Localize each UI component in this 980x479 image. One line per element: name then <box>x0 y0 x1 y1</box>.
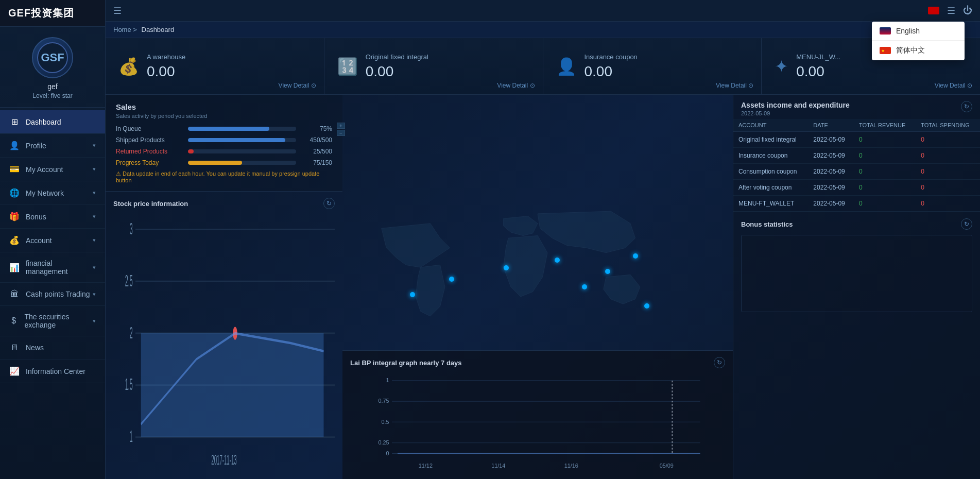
stock-bar-chart: 3 2.5 2 1.5 1 2017-11-13 <box>113 213 335 473</box>
col-revenue: TOTAL REVENUE <box>854 119 916 132</box>
bonus-refresh-button[interactable]: ↻ <box>961 218 972 230</box>
menu-toggle-icon[interactable]: ☰ <box>113 5 122 16</box>
stat-link-1[interactable]: View Detail ⊙ <box>497 82 535 89</box>
lang-english[interactable]: English <box>872 22 965 41</box>
stat-value-1: 0.00 <box>366 63 530 80</box>
stat-value-2: 0.00 <box>584 63 749 80</box>
asset-date-4: 2022-05-09 <box>808 196 854 212</box>
stat-icon-3: ✦ <box>775 57 788 76</box>
stat-card-2[interactable]: 👤 Insurance coupon 0.00 View Detail ⊙ <box>543 38 762 94</box>
stat-label-0: A warehouse <box>147 53 311 61</box>
asset-row-3: After voting coupon 2022-05-09 0 0 <box>733 180 980 196</box>
nav-label-news: News <box>26 344 44 352</box>
stat-icon-0: 💰 <box>118 57 139 76</box>
lai-chart-refresh-button[interactable]: ↻ <box>714 357 725 368</box>
sidebar-item-bonus[interactable]: 🎁 Bonus ▾ <box>0 205 105 229</box>
asset-date-1: 2022-05-09 <box>808 148 854 164</box>
nav-icon-profile: 👤 <box>9 141 20 150</box>
power-icon[interactable]: ⏻ <box>963 5 972 16</box>
progress-label-2: Returned Products <box>116 148 188 155</box>
progress-row-1: Shipped Products 450/500 <box>116 136 332 144</box>
sidebar-logo: GEF投资集团 <box>0 0 105 27</box>
map-location-dot <box>633 253 638 259</box>
nav-arrow-icon: ▾ <box>93 166 96 173</box>
language-dropdown: English ★ 简体中文 <box>872 22 965 60</box>
nav-label-my-network: My Network <box>26 189 64 197</box>
svg-text:1: 1 <box>386 377 389 383</box>
breadcrumb: Home > Dashboard <box>106 22 980 38</box>
progress-bar-0 <box>188 127 296 131</box>
nav-arrow-icon: ▾ <box>93 213 96 220</box>
flag-cn-icon: ★ <box>880 47 891 54</box>
main-content: ☰ ☰ ⏻ Home > Dashboard 💰 A warehouse 0.0… <box>106 0 980 479</box>
sidebar-item-securities[interactable]: $ The securities exchange ▾ <box>0 306 105 336</box>
stat-icon-2: 👤 <box>556 57 577 76</box>
stat-link-0[interactable]: View Detail ⊙ <box>279 82 316 89</box>
sidebar-item-financial-management[interactable]: 📊 financial management ▾ <box>0 252 105 283</box>
map-location-dot <box>582 284 587 289</box>
asset-row-1: Insurance coupon 2022-05-09 0 0 <box>733 148 980 164</box>
breadcrumb-home[interactable]: Home <box>113 26 131 33</box>
svg-text:11/14: 11/14 <box>491 463 505 469</box>
map-location-dot <box>504 265 509 270</box>
stat-link-2[interactable]: View Detail ⊙ <box>716 82 753 89</box>
nav-icon-my-network: 🌐 <box>9 188 20 198</box>
svg-text:0.5: 0.5 <box>381 419 389 425</box>
svg-text:0: 0 <box>386 450 389 456</box>
stat-link-3[interactable]: View Detail ⊙ <box>935 82 972 89</box>
sidebar-username: gef <box>47 82 57 91</box>
stat-card-1[interactable]: 🔢 Original fixed integral 0.00 View Deta… <box>324 38 543 94</box>
right-panel: Assets income and expenditure 2022-05-09… <box>733 95 980 479</box>
stock-chart-section: Stock price information ↻ 3 2.5 2 <box>106 192 342 479</box>
assets-refresh-button[interactable]: ↻ <box>961 101 972 112</box>
asset-spending-2: 0 <box>916 164 980 180</box>
nav-arrow-icon: ▾ <box>93 237 96 244</box>
progress-fill-2 <box>188 149 194 153</box>
flag-en-icon <box>880 27 891 35</box>
stat-content-2: Insurance coupon 0.00 <box>584 53 749 80</box>
nav-label-profile: Profile <box>26 142 46 150</box>
sidebar-item-profile[interactable]: 👤 Profile ▾ <box>0 134 105 158</box>
asset-account-2: Consumption coupon <box>733 164 808 180</box>
lang-chinese[interactable]: ★ 简体中文 <box>872 41 965 60</box>
stat-card-0[interactable]: 💰 A warehouse 0.00 View Detail ⊙ <box>106 38 324 94</box>
center-map: Lai BP integral graph nearly 7 days ↻ 1 … <box>342 95 733 479</box>
progress-value-2: 25/500 <box>301 148 332 155</box>
map-location-dot <box>449 277 454 282</box>
svg-text:3: 3 <box>130 220 133 238</box>
sidebar-item-my-account[interactable]: 💳 My Account ▾ <box>0 158 105 181</box>
stock-chart-title-row: Stock price information ↻ <box>113 198 335 209</box>
nav-icon-info-center: 📈 <box>9 366 20 376</box>
sidebar-item-account[interactable]: 💰 Account ▾ <box>0 229 105 252</box>
asset-spending-0: 0 <box>916 132 980 148</box>
notifications-icon[interactable]: ☰ <box>947 5 955 16</box>
sidebar-item-cash-points[interactable]: 🏛 Cash points Trading ▾ <box>0 283 105 306</box>
stock-chart-refresh-button[interactable]: ↻ <box>323 198 335 209</box>
nav-arrow-icon: ▾ <box>93 190 96 196</box>
progress-rows: In Queue 75% +− Shipped Products 450/500… <box>116 125 332 166</box>
sidebar-item-dashboard[interactable]: ⊞ Dashboard <box>0 110 105 134</box>
stat-content-1: Original fixed integral 0.00 <box>366 53 530 80</box>
svg-text:0.75: 0.75 <box>378 398 389 404</box>
sidebar-item-news[interactable]: 🖥 News <box>0 336 105 360</box>
col-account: ACCOUNT <box>733 119 808 132</box>
nav-arrow-icon: ▾ <box>93 264 96 271</box>
nav-label-account: Account <box>26 236 52 245</box>
asset-revenue-0: 0 <box>854 132 916 148</box>
lai-line-chart: 1 0.75 0.5 0.25 0 11/12 11/14 11/16 05/0… <box>350 375 725 470</box>
nav-label-info-center: Information Center <box>26 367 85 375</box>
col-spending: TOTAL SPENDING <box>916 119 980 132</box>
progress-value-0: 75% <box>301 125 332 132</box>
asset-account-3: After voting coupon <box>733 180 808 196</box>
progress-fill-1 <box>188 138 285 142</box>
bonus-title: Bonus statistics <box>741 220 793 228</box>
middle-section: Sales Sales activity by period you selec… <box>106 95 980 479</box>
sidebar-level: Level: five star <box>32 92 72 99</box>
sidebar-item-info-center[interactable]: 📈 Information Center <box>0 360 105 383</box>
map-location-dot <box>644 303 649 309</box>
lai-chart-section: Lai BP integral graph nearly 7 days ↻ 1 … <box>342 350 733 479</box>
sidebar-item-my-network[interactable]: 🌐 My Network ▾ <box>0 181 105 205</box>
svg-text:11/12: 11/12 <box>419 463 433 469</box>
language-flag[interactable] <box>928 7 939 14</box>
svg-text:2: 2 <box>130 323 133 341</box>
